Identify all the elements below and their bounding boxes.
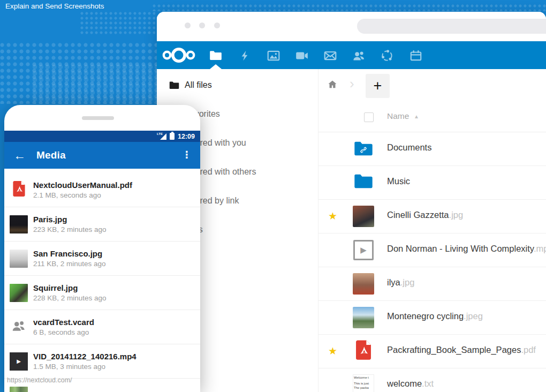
breadcrumb: › + <box>318 69 546 101</box>
battery-icon <box>170 133 175 140</box>
nextcloud-header <box>157 41 546 69</box>
media-list-item[interactable]: vcardTest.vcard6 B, seconds ago <box>4 310 200 344</box>
files-main-panel: › + Name ▲ DocumentsMusic★Cinelli Gazzet… <box>318 69 546 392</box>
file-thumbnail <box>10 215 28 233</box>
video-file-icon: ▶ <box>353 240 374 260</box>
phone-speaker <box>82 116 114 120</box>
calendar-app-icon[interactable] <box>408 48 424 64</box>
browser-status-url: https://nextcloud.com/ <box>7 376 72 384</box>
media-list-item[interactable]: NextcloudUserManual.pdf2.1 MB, seconds a… <box>4 173 200 207</box>
nextcloud-logo-icon[interactable] <box>161 46 196 67</box>
file-name: Packrafting_Book_Sample_Pages.pdf <box>387 345 536 355</box>
window-control-dot[interactable] <box>214 22 220 28</box>
talk-video-icon[interactable] <box>294 48 310 64</box>
sidebar-item-label: All files <box>185 80 212 90</box>
folder-icon <box>169 80 180 91</box>
file-row[interactable]: Documents <box>318 132 546 166</box>
file-name: vcardTest.vcard <box>33 318 94 327</box>
browser-content: All filesFavoritesShared with youShared … <box>157 69 546 392</box>
select-all-checkbox[interactable] <box>364 112 374 122</box>
folder-icon <box>353 171 374 192</box>
address-bar[interactable] <box>357 19 546 34</box>
status-time: 12:09 <box>178 133 195 140</box>
file-thumbnail <box>353 307 374 328</box>
file-name: VID_20141122_140216.mp4 <box>33 352 136 361</box>
file-thumbnail <box>353 206 374 227</box>
file-name: Documents <box>387 142 431 153</box>
file-table-header: Name ▲ <box>318 101 546 132</box>
favorite-star-icon: ★ <box>328 345 337 357</box>
page-title: Explain and Send Screenshots <box>5 2 104 10</box>
file-meta: 223 KB, 2 minutes ago <box>33 225 107 233</box>
media-list-item[interactable]: ▶VID_20141122_140216.mp41.5 MB, 3 minute… <box>4 344 200 379</box>
sort-ascending-icon[interactable]: ▲ <box>414 114 419 119</box>
share-app-icon[interactable] <box>379 48 395 64</box>
cellular-signal-icon: LTE <box>157 133 166 140</box>
file-row[interactable]: ▶Don Norman - Living With Complexity.mp4 <box>318 233 546 267</box>
file-thumbnail <box>10 284 28 302</box>
phone-mockup: LTE 12:09 ← Media ⋮ NextcloudUserManual.… <box>4 105 200 392</box>
active-tab-notch <box>210 64 222 69</box>
file-name: Montenegro cycling.jpeg <box>387 311 483 321</box>
text-file-thumbnail: Welcome tThis is justThe packa <box>353 374 374 392</box>
contacts-app-icon[interactable] <box>351 48 367 64</box>
file-name: Squirrel.jpg <box>33 283 107 292</box>
photos-app-icon[interactable] <box>266 48 282 64</box>
file-row[interactable]: Montenegro cycling.jpeg <box>318 301 546 335</box>
file-meta: 228 KB, 2 minutes ago <box>33 294 107 302</box>
folder-icon <box>169 80 185 91</box>
window-control-dot[interactable] <box>199 22 205 28</box>
file-name: Music <box>387 176 410 186</box>
file-meta: 2.1 MB, seconds ago <box>33 191 132 199</box>
background-dot-pattern <box>153 4 546 11</box>
overflow-menu-icon[interactable]: ⋮ <box>182 149 192 161</box>
file-name: Paris.jpg <box>33 215 107 224</box>
file-thumbnail <box>10 250 28 268</box>
browser-window: All filesFavoritesShared with youShared … <box>157 12 546 392</box>
file-row[interactable]: Music <box>318 166 546 200</box>
back-arrow-icon[interactable]: ← <box>13 148 26 163</box>
share-link-icon <box>359 145 368 155</box>
file-name: Don Norman - Living With Complexity.mp4 <box>387 244 546 254</box>
breadcrumb-chevron-icon: › <box>350 76 354 92</box>
file-row[interactable]: Welcome tThis is justThe packawelcome.tx… <box>318 368 546 392</box>
phone-status-bar: LTE 12:09 <box>4 131 200 142</box>
file-name: ilya.jpg <box>387 277 414 288</box>
name-column-header[interactable]: Name <box>387 111 409 121</box>
file-name: welcome.txt <box>387 379 434 389</box>
sidebar-item-all-files[interactable]: All files <box>157 71 318 100</box>
file-extension: .pdf <box>521 345 536 355</box>
window-control-dot[interactable] <box>185 22 191 28</box>
new-file-button[interactable]: + <box>366 74 390 98</box>
files-app-icon[interactable] <box>208 48 224 64</box>
file-row[interactable]: ilya.jpg <box>318 267 546 301</box>
file-meta: 6 B, seconds ago <box>33 328 94 336</box>
activity-bolt-icon[interactable] <box>237 48 253 64</box>
file-row[interactable]: ★Cinelli Gazzetta.jpg <box>318 200 546 233</box>
media-list-item[interactable]: Paris.jpg223 KB, 2 minutes ago <box>4 207 200 242</box>
file-extension: .jpeg <box>464 311 483 321</box>
file-row[interactable]: ★Packrafting_Book_Sample_Pages.pdf <box>318 335 546 368</box>
home-icon[interactable] <box>327 79 338 92</box>
file-meta: 211 KB, 2 minutes ago <box>33 260 106 268</box>
file-meta: 1.5 MB, 3 minutes ago <box>33 363 136 371</box>
favorite-star-icon: ★ <box>328 210 337 222</box>
background-dot-pattern <box>32 64 158 104</box>
pdf-icon <box>354 340 373 360</box>
contacts-icon <box>11 318 27 334</box>
phone-app-bar: ← Media ⋮ <box>4 142 200 169</box>
browser-topbar <box>157 12 546 41</box>
file-thumbnail <box>10 387 28 392</box>
media-list-item[interactable]: San Francisco.jpg211 KB, 2 minutes ago <box>4 242 200 276</box>
mail-app-icon[interactable] <box>322 48 338 64</box>
desktop-background: Explain and Send Screenshots <box>0 0 546 392</box>
phone-screen-title: Media <box>36 149 66 161</box>
media-list-item[interactable]: Squirrel.jpg228 KB, 2 minutes ago <box>4 276 200 310</box>
file-table-body: DocumentsMusic★Cinelli Gazzetta.jpg▶Don … <box>318 132 546 392</box>
pdf-icon <box>12 180 26 197</box>
file-name: NextcloudUserManual.pdf <box>33 180 132 190</box>
background-dot-pattern <box>80 12 155 34</box>
file-extension: .jpg <box>400 277 415 287</box>
video-thumbnail: ▶ <box>10 352 28 371</box>
file-extension: .txt <box>422 379 434 388</box>
